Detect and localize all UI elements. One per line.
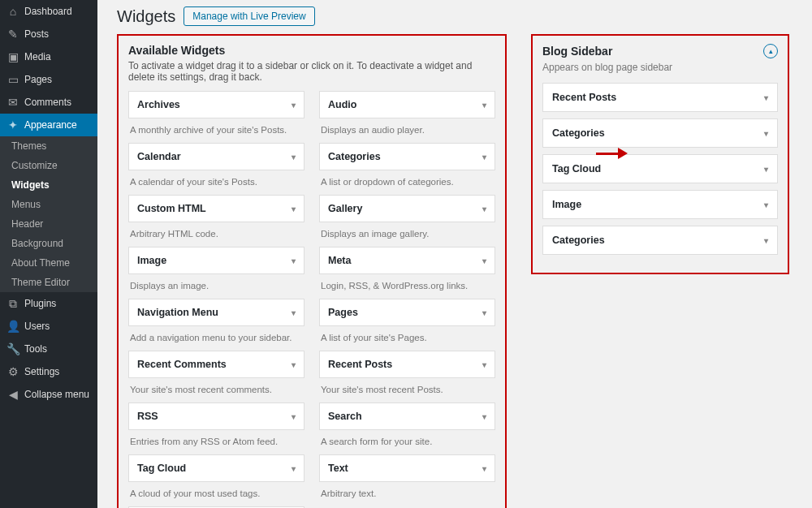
subnav-widgets[interactable]: Widgets — [0, 175, 97, 195]
widget-header[interactable]: Tag Cloud ▾ — [128, 454, 304, 482]
widget-name: Audio — [328, 99, 356, 110]
widget-desc: Entries from any RSS or Atom feed. — [128, 430, 304, 454]
nav-label: Posts — [24, 28, 49, 40]
available-widget-text: Text ▾ Arbitrary text. — [319, 454, 495, 506]
nav-item-tools[interactable]: 🔧Tools — [0, 338, 97, 360]
nav-label: Users — [24, 321, 50, 332]
sidebar-widget-recent-posts[interactable]: Recent Posts▾ — [542, 83, 778, 112]
blog-sidebar-desc: Appears on blog page sidebar — [542, 62, 778, 73]
available-widget-meta: Meta ▾ Login, RSS, & WordPress.org links… — [319, 247, 495, 299]
widget-header[interactable]: Search ▾ — [319, 403, 495, 430]
widget-header[interactable]: Recent Comments ▾ — [128, 351, 304, 378]
nav-item-pages[interactable]: ▭Pages — [0, 68, 97, 91]
nav-label: Media — [24, 51, 51, 62]
subnav-themes[interactable]: Themes — [0, 136, 97, 156]
chevron-down-icon: ▾ — [764, 129, 768, 138]
widget-header[interactable]: RSS ▾ — [128, 403, 304, 430]
widget-header[interactable]: Image ▾ — [128, 247, 304, 274]
users-icon: 👤 — [6, 321, 19, 332]
nav-label: Pages — [24, 74, 52, 85]
available-widget-gallery: Gallery ▾ Displays an image gallery. — [319, 195, 495, 247]
collapse-menu-icon: ◀ — [6, 389, 19, 400]
widget-name: Calendar — [137, 151, 181, 162]
widget-header[interactable]: Calendar ▾ — [128, 143, 304, 170]
comments-icon: ✉ — [6, 97, 19, 108]
blog-sidebar-panel: Blog Sidebar ▴ Appears on blog page side… — [531, 34, 789, 274]
widget-name: Recent Posts — [328, 359, 392, 370]
widget-desc: Your site's most recent comments. — [128, 378, 304, 403]
widget-name: Tag Cloud — [137, 463, 186, 474]
sidebar-widget-categories[interactable]: Categories▾ — [542, 118, 778, 148]
widget-header[interactable]: Recent Posts ▾ — [319, 351, 495, 378]
nav-item-plugins[interactable]: ⧉Plugins — [0, 292, 97, 315]
chevron-down-icon: ▾ — [482, 256, 486, 265]
widget-desc: A list or dropdown of categories. — [319, 170, 495, 195]
nav-item-users[interactable]: 👤Users — [0, 315, 97, 338]
chevron-down-icon: ▾ — [292, 153, 296, 161]
nav-label: Collapse menu — [24, 389, 89, 400]
widget-name: Custom HTML — [137, 203, 206, 214]
widget-name: Gallery — [328, 203, 362, 214]
widget-desc: A list of your site's Pages. — [319, 326, 495, 351]
nav-item-posts[interactable]: ✎Posts — [0, 23, 97, 45]
chevron-down-icon: ▾ — [292, 101, 296, 110]
subnav-header[interactable]: Header — [0, 214, 97, 234]
nav-item-collapse-menu[interactable]: ◀Collapse menu — [0, 383, 97, 406]
admin-sidebar: ⌂Dashboard✎Posts▣Media▭Pages✉Comments✦Ap… — [0, 0, 97, 508]
settings-icon: ⚙ — [6, 366, 19, 377]
manage-live-preview-button[interactable]: Manage with Live Preview — [184, 6, 314, 26]
available-widget-recent-posts: Recent Posts ▾ Your site's most recent P… — [319, 351, 495, 403]
chevron-down-icon: ▾ — [482, 153, 486, 161]
widget-name: Recent Comments — [137, 359, 227, 370]
widget-name: Categories — [328, 151, 381, 162]
tools-icon: 🔧 — [6, 343, 19, 355]
dashboard-icon: ⌂ — [6, 6, 19, 17]
nav-item-comments[interactable]: ✉Comments — [0, 91, 97, 114]
widget-header[interactable]: Audio ▾ — [319, 91, 495, 118]
subnav-customize[interactable]: Customize — [0, 156, 97, 175]
widget-header[interactable]: Categories ▾ — [319, 143, 495, 170]
chevron-down-icon: ▾ — [292, 412, 296, 421]
widget-header[interactable]: Pages ▾ — [319, 299, 495, 326]
available-widget-categories: Categories ▾ A list or dropdown of categ… — [319, 143, 495, 195]
subnav-menus[interactable]: Menus — [0, 195, 97, 214]
widget-header[interactable]: Text ▾ — [319, 454, 495, 482]
nav-item-appearance[interactable]: ✦Appearance — [0, 114, 97, 136]
collapse-sidebar-button[interactable]: ▴ — [763, 44, 778, 58]
available-widget-search: Search ▾ A search form for your site. — [319, 403, 495, 454]
subnav-theme-editor[interactable]: Theme Editor — [0, 273, 97, 292]
widget-header[interactable]: Archives ▾ — [128, 91, 304, 118]
chevron-down-icon: ▾ — [482, 412, 486, 421]
widget-header[interactable]: Navigation Menu ▾ — [128, 299, 304, 326]
nav-item-media[interactable]: ▣Media — [0, 45, 97, 68]
widget-desc: A search form for your site. — [319, 430, 495, 454]
widget-header[interactable]: Meta ▾ — [319, 247, 495, 274]
plugins-icon: ⧉ — [6, 298, 19, 309]
widget-name: Text — [328, 463, 348, 474]
widget-name: Navigation Menu — [137, 307, 218, 318]
available-widget-tag-cloud: Tag Cloud ▾ A cloud of your most used ta… — [128, 454, 304, 506]
media-icon: ▣ — [6, 51, 19, 62]
widget-header[interactable]: Custom HTML ▾ — [128, 195, 304, 222]
widget-header[interactable]: Gallery ▾ — [319, 195, 495, 222]
nav-item-settings[interactable]: ⚙Settings — [0, 360, 97, 383]
sidebar-widget-name: Tag Cloud — [552, 163, 601, 174]
nav-item-dashboard[interactable]: ⌂Dashboard — [0, 0, 97, 23]
sidebar-widget-image[interactable]: Image▾ — [542, 190, 778, 219]
nav-label: Dashboard — [24, 6, 72, 17]
sidebar-widget-tag-cloud[interactable]: Tag Cloud▾ — [542, 154, 778, 183]
nav-label: Tools — [24, 343, 47, 355]
widget-desc: A cloud of your most used tags. — [128, 482, 304, 506]
appearance-icon: ✦ — [6, 119, 19, 131]
widget-name: Image — [137, 255, 166, 266]
nav-label: Settings — [24, 366, 59, 377]
nav-label: Comments — [24, 97, 71, 108]
subnav-background[interactable]: Background — [0, 234, 97, 253]
chevron-down-icon: ▾ — [764, 165, 768, 174]
available-widget-rss: RSS ▾ Entries from any RSS or Atom feed. — [128, 403, 304, 454]
sidebar-widget-categories[interactable]: Categories▾ — [542, 226, 778, 255]
available-widget-archives: Archives ▾ A monthly archive of your sit… — [128, 91, 304, 143]
sidebar-widget-name: Categories — [552, 127, 605, 139]
subnav-about-theme[interactable]: About Theme — [0, 253, 97, 273]
posts-icon: ✎ — [6, 28, 19, 40]
